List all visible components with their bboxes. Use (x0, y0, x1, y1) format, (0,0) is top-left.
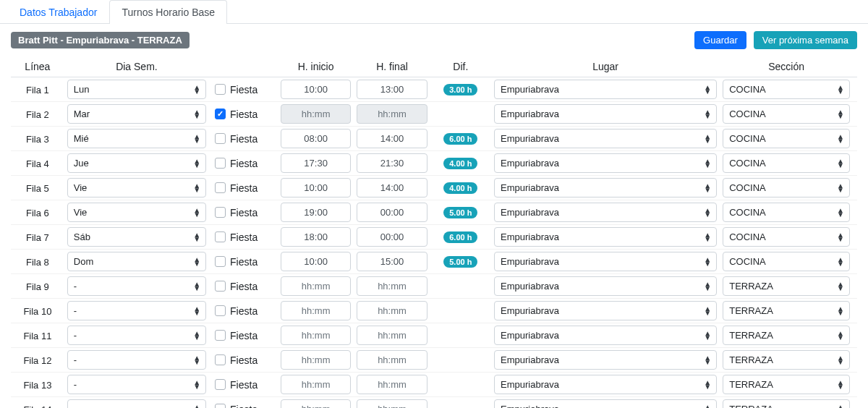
linea-label: Fila 4 (26, 158, 49, 169)
lugar-select[interactable]: Empuriabrava (494, 399, 717, 408)
fiesta-label: Fiesta (230, 404, 258, 409)
hora-inicio-input[interactable]: 10:00 (281, 80, 351, 99)
proxima-semana-button[interactable]: Ver próxima semana (754, 31, 857, 49)
lugar-select[interactable]: Empuriabrava (494, 227, 717, 247)
hora-inicio-input[interactable]: 10:00 (281, 178, 351, 197)
dia-select[interactable]: Mié (67, 129, 206, 148)
linea-label: Fila 7 (26, 232, 49, 243)
lugar-select[interactable]: Empuriabrava (494, 80, 717, 99)
fiesta-checkbox[interactable] (215, 305, 226, 316)
fiesta-checkbox[interactable] (215, 182, 226, 193)
seccion-select[interactable]: COCINA (723, 227, 850, 247)
seccion-select[interactable]: TERRAZA (723, 350, 850, 370)
lugar-select[interactable]: Empuriabrava (494, 301, 717, 320)
fiesta-checkbox[interactable] (215, 404, 226, 408)
hora-inicio-input[interactable]: hh:mm (281, 399, 351, 408)
fiesta-checkbox[interactable] (215, 330, 226, 341)
hora-final-input[interactable]: 21:30 (357, 153, 427, 173)
dia-select[interactable]: Dom (67, 252, 206, 271)
hora-final-input[interactable]: 00:00 (357, 203, 427, 222)
seccion-select[interactable]: COCINA (723, 104, 850, 124)
lugar-select[interactable]: Empuriabrava (494, 153, 717, 173)
hora-inicio-input[interactable]: hh:mm (281, 375, 351, 394)
dia-select[interactable]: Mar (67, 104, 206, 124)
dia-select[interactable]: - (67, 375, 206, 394)
hora-inicio-input[interactable]: hh:mm (281, 104, 351, 124)
hora-final-input[interactable]: hh:mm (357, 276, 427, 296)
hora-final-input[interactable]: 13:00 (357, 80, 427, 99)
dia-select[interactable]: Vie (67, 203, 206, 222)
tab-turnos-horario[interactable]: Turnos Horario Base (109, 0, 227, 24)
seccion-select[interactable]: TERRAZA (723, 375, 850, 394)
lugar-select[interactable]: Empuriabrava (494, 276, 717, 296)
hora-inicio-input[interactable]: hh:mm (281, 350, 351, 370)
dia-select[interactable]: - (67, 350, 206, 370)
hora-final-input[interactable]: 14:00 (357, 178, 427, 197)
hora-inicio-input[interactable]: hh:mm (281, 326, 351, 345)
lugar-select[interactable]: Empuriabrava (494, 252, 717, 271)
hora-final-input[interactable]: hh:mm (357, 350, 427, 370)
dia-select[interactable]: - (67, 399, 206, 408)
hora-inicio-input[interactable]: 19:00 (281, 203, 351, 222)
header-row: Bratt Pitt - Empuriabrava - TERRAZA Guar… (0, 24, 868, 56)
hora-inicio-input[interactable]: 18:00 (281, 227, 351, 247)
hora-final-input[interactable]: 15:00 (357, 252, 427, 271)
dia-select[interactable]: - (67, 326, 206, 345)
lugar-select[interactable]: Empuriabrava (494, 350, 717, 370)
seccion-select[interactable]: TERRAZA (723, 276, 850, 296)
hora-final-input[interactable]: 00:00 (357, 227, 427, 247)
worker-badge: Bratt Pitt - Empuriabrava - TERRAZA (11, 32, 190, 48)
fiesta-checkbox[interactable] (215, 379, 226, 390)
hora-inicio-input[interactable]: 17:30 (281, 153, 351, 173)
fiesta-checkbox[interactable] (215, 84, 226, 95)
lugar-select[interactable]: Empuriabrava (494, 104, 717, 124)
seccion-select[interactable]: TERRAZA (723, 399, 850, 408)
tab-datos-trabajador[interactable]: Datos Trabajador (7, 0, 109, 24)
seccion-select[interactable]: COCINA (723, 203, 850, 222)
lugar-select[interactable]: Empuriabrava (494, 375, 717, 394)
dia-select[interactable]: Jue (67, 153, 206, 173)
lugar-select[interactable]: Empuriabrava (494, 203, 717, 222)
hora-final-input[interactable]: hh:mm (357, 301, 427, 320)
dia-select[interactable]: Vie (67, 178, 206, 197)
seccion-select[interactable]: COCINA (723, 80, 850, 99)
fiesta-checkbox[interactable] (215, 231, 226, 242)
hora-final-input[interactable]: 14:00 (357, 129, 427, 148)
hora-final-input[interactable]: hh:mm (357, 326, 427, 345)
fiesta-checkbox[interactable] (215, 158, 226, 169)
fiesta-checkbox[interactable] (215, 207, 226, 218)
hora-final-input[interactable]: hh:mm (357, 399, 427, 408)
table-row: Fila 7 Sáb ▲▼ Fiesta 18:00 00:00 6.00 h … (11, 225, 857, 250)
fiesta-checkbox[interactable] (215, 133, 226, 144)
hora-inicio-input[interactable]: 08:00 (281, 129, 351, 148)
dia-select[interactable]: Sáb (67, 227, 206, 247)
hora-final-input[interactable]: hh:mm (357, 375, 427, 394)
fiesta-label: Fiesta (230, 109, 258, 120)
hora-inicio-input[interactable]: 10:00 (281, 252, 351, 271)
dia-select[interactable]: Lun (67, 80, 206, 99)
dia-select[interactable]: - (67, 301, 206, 320)
seccion-select[interactable]: COCINA (723, 252, 850, 271)
dif-badge: 5.00 h (443, 256, 477, 268)
hora-inicio-input[interactable]: hh:mm (281, 301, 351, 320)
seccion-select[interactable]: COCINA (723, 129, 850, 148)
seccion-select[interactable]: COCINA (723, 178, 850, 197)
fiesta-label: Fiesta (230, 256, 258, 268)
lugar-select[interactable]: Empuriabrava (494, 129, 717, 148)
seccion-select[interactable]: COCINA (723, 153, 850, 173)
fiesta-checkbox[interactable] (215, 256, 226, 267)
fiesta-checkbox[interactable]: ✓ (215, 109, 226, 119)
seccion-select[interactable]: TERRAZA (723, 326, 850, 345)
hora-final-input[interactable]: hh:mm (357, 104, 427, 124)
header-fiesta (209, 56, 278, 77)
hora-inicio-input[interactable]: hh:mm (281, 276, 351, 296)
lugar-select[interactable]: Empuriabrava (494, 326, 717, 345)
linea-label: Fila 11 (23, 331, 51, 341)
fiesta-checkbox[interactable] (215, 281, 226, 292)
header-lugar: Lugar (491, 56, 720, 77)
seccion-select[interactable]: TERRAZA (723, 301, 850, 320)
fiesta-checkbox[interactable] (215, 354, 226, 365)
lugar-select[interactable]: Empuriabrava (494, 178, 717, 197)
dia-select[interactable]: - (67, 276, 206, 296)
guardar-button[interactable]: Guardar (694, 31, 746, 49)
